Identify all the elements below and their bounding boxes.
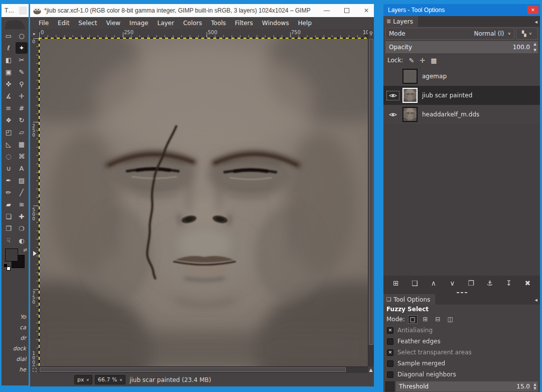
checkbox-unchecked-icon[interactable] (387, 371, 393, 378)
layer-row[interactable]: agemap (383, 67, 540, 86)
tab-menu-button[interactable]: ◂ (534, 297, 540, 305)
lock-position-icon[interactable]: ✛ (420, 57, 425, 64)
mode-options-button[interactable]: ▚ ∨ (516, 28, 538, 40)
checkbox-checked-icon[interactable]: ✕ (387, 349, 393, 356)
horizontal-ruler[interactable]: 02505007501000 (39, 29, 368, 38)
unit-dropdown[interactable]: px ∨ (74, 375, 92, 384)
tool-clone[interactable]: ❏ (3, 211, 15, 222)
tool-paths[interactable]: ✎ (16, 66, 28, 78)
menu-select[interactable]: Select (74, 18, 101, 28)
visibility-cell[interactable] (383, 91, 402, 100)
menu-view[interactable]: View (101, 18, 124, 28)
tool-align[interactable]: ≡ (3, 102, 15, 114)
horizontal-scrollbar-thumb[interactable] (40, 367, 346, 372)
tool-measure[interactable]: ∡ (3, 90, 15, 102)
tool-dodge-burn[interactable]: ◐ (16, 235, 28, 246)
toolbox-titlebar-button[interactable] (19, 7, 27, 15)
tool-scissors-select[interactable]: ✂ (16, 54, 28, 66)
tool-unified-transform[interactable]: ❖ (3, 114, 15, 126)
menu-file[interactable]: File (34, 18, 53, 28)
checkbox-unchecked-icon[interactable] (387, 338, 393, 345)
tool-handle-transform[interactable]: ⌘ (16, 151, 28, 162)
lock-alpha-icon[interactable]: ▩ (431, 57, 437, 64)
eye-icon[interactable] (389, 112, 397, 117)
tool-bucket-fill[interactable]: ∪ (3, 163, 15, 174)
toolbox-titlebar[interactable]: T… (2, 4, 29, 17)
tool-perspective-clone[interactable]: ❐ (3, 223, 15, 234)
tool-eraser[interactable]: ▰ (3, 199, 15, 210)
tab-menu-button[interactable]: ◂ (534, 19, 540, 27)
tool-shear[interactable]: ▱ (16, 126, 28, 138)
visibility-cell[interactable] (383, 112, 402, 117)
layer-mode-dropdown[interactable]: Mode Normal (l) ∨ (385, 28, 514, 40)
tool-paintbrush[interactable]: ╱ (16, 187, 28, 198)
tool-foreground-select[interactable]: ▣ (3, 66, 15, 78)
menu-help[interactable]: Help (294, 18, 316, 28)
layer-thumbnail[interactable] (402, 88, 418, 103)
tool-ellipse-select[interactable]: ○ (16, 30, 28, 42)
mode-replace-button[interactable]: □ (408, 315, 418, 324)
threshold-slider[interactable]: Threshold 15.0 ▲▼ (385, 381, 538, 392)
new-layer-button[interactable]: ⊞ (389, 279, 402, 287)
menu-colors[interactable]: Colors (179, 18, 207, 28)
tool-heal[interactable]: ✚ (16, 211, 28, 222)
anchor-layer-button[interactable]: ⚓ (483, 279, 496, 287)
menu-tools[interactable]: Tools (207, 18, 231, 28)
swap-colors-icon[interactable]: ⇄ (23, 247, 27, 252)
vertical-scrollbar-thumb[interactable] (369, 39, 373, 345)
mode-add-button[interactable]: ⊞ (421, 315, 430, 324)
layer-row[interactable]: jiub scar painted (383, 86, 540, 105)
tab-layers[interactable]: ≣ Layers (383, 16, 418, 27)
tool-move[interactable]: ✛ (16, 90, 28, 102)
duplicate-layer-button[interactable]: ❐ (465, 279, 478, 287)
tool-3d-transform[interactable]: ▦ (16, 139, 28, 150)
checkbox-unchecked-icon[interactable] (387, 360, 393, 367)
quick-mask-button[interactable] (30, 366, 39, 373)
canvas[interactable] (39, 38, 368, 366)
menu-layer[interactable]: Layer (153, 18, 178, 28)
tool-select-by-color[interactable]: ◧ (3, 54, 15, 66)
new-group-button[interactable]: ❑ (408, 279, 421, 287)
minimize-icon[interactable]: — (324, 7, 330, 14)
tab-tool-options[interactable]: ❏ Tool Options (383, 294, 435, 305)
dock-close-button[interactable]: ✕ (527, 6, 538, 14)
raise-layer-button[interactable]: ∧ (427, 279, 440, 287)
maximize-icon[interactable] (344, 8, 349, 13)
menu-image[interactable]: Image (125, 18, 153, 28)
zoom-dropdown[interactable]: 66.7 % ∨ (95, 375, 125, 384)
layer-thumbnail[interactable] (402, 107, 418, 122)
tool-text[interactable]: A (16, 163, 28, 174)
navigation-grip[interactable]: ▲ (368, 366, 374, 373)
tool-cage-transform[interactable]: ◌ (3, 151, 15, 162)
horizontal-scrollbar[interactable] (39, 366, 368, 373)
opacity-slider[interactable]: Opacity 100.0 ▲▼ (385, 41, 538, 53)
tool-scale[interactable]: ◰ (3, 126, 15, 138)
checkbox-checked-icon[interactable]: ✕ (387, 327, 393, 334)
close-icon[interactable]: ✕ (364, 7, 369, 14)
tool-rectangle-select[interactable]: ▭ (3, 30, 15, 42)
ruler-corner-button[interactable]: ▸ (30, 29, 39, 38)
tool-free-select[interactable]: ℓ (3, 42, 15, 54)
merge-layer-button[interactable]: ↧ (502, 279, 515, 287)
eye-icon[interactable] (389, 93, 397, 98)
lower-layer-button[interactable]: ∨ (446, 279, 459, 287)
menu-edit[interactable]: Edit (53, 18, 74, 28)
default-colors-icon[interactable] (4, 264, 11, 271)
opacity-spinner[interactable]: ▲▼ (532, 42, 537, 53)
tool-ink[interactable]: ✒ (3, 175, 15, 186)
vertical-scrollbar[interactable] (368, 38, 374, 366)
tool-color-picker[interactable]: ✜ (3, 78, 15, 90)
layer-row[interactable]: headdarkelf_m.dds (383, 105, 540, 124)
lock-pixels-icon[interactable]: ✎ (409, 57, 414, 64)
threshold-spinner[interactable]: ▲▼ (532, 382, 537, 391)
tool-perspective[interactable]: ◺ (3, 139, 15, 150)
menu-filters[interactable]: Filters (230, 18, 257, 28)
tool-blur-sharpen[interactable]: ❍ (16, 223, 28, 234)
image-window-titlebar[interactable]: *jiub scar.xcf-1.0 (RGB color 8-bit gamm… (30, 4, 374, 17)
tool-gradient[interactable]: ▨ (16, 175, 28, 186)
mode-subtract-button[interactable]: ⊟ (433, 315, 443, 324)
tool-fuzzy-select[interactable]: ✦ (16, 42, 28, 54)
menu-windows[interactable]: Windows (257, 18, 294, 28)
layer-thumbnail[interactable] (402, 69, 418, 84)
tool-rotate[interactable]: ↻ (16, 114, 28, 126)
